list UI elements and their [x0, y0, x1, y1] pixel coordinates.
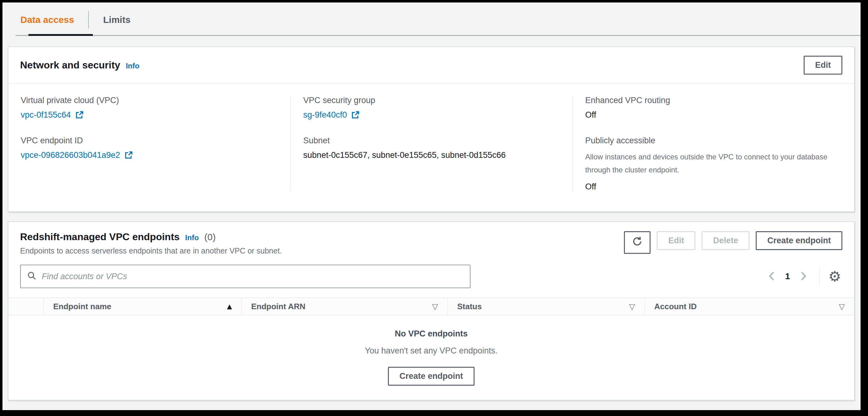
filter-icon: ▽ [432, 302, 438, 311]
chevron-right-icon [799, 270, 808, 283]
search-input[interactable] [42, 272, 464, 281]
filter-icon: ▽ [839, 302, 845, 311]
network-security-info-link[interactable]: Info [126, 62, 140, 70]
next-page-button[interactable] [797, 269, 810, 285]
console-page: Data access Limits Network and security … [2, 2, 861, 410]
external-link-icon [74, 111, 84, 120]
enhanced-vpc-routing-label: Enhanced VPC routing [585, 96, 842, 105]
column-label: Status [457, 302, 482, 311]
empty-state-title: No VPC endpoints [8, 329, 854, 338]
empty-state-create-endpoint-button[interactable]: Create endpoint [388, 367, 474, 386]
vpc-endpoints-info-link[interactable]: Info [185, 233, 199, 242]
column-label: Endpoint ARN [251, 302, 305, 311]
vpc-endpoints-count: (0) [205, 232, 216, 242]
vpc-label: Virtual private cloud (VPC) [21, 96, 278, 105]
vpc-endpoints-card: Redshift-managed VPC endpoints Info (0) … [8, 221, 855, 400]
tab-divider [88, 11, 89, 28]
pagination: 1 ⚙ [765, 267, 842, 286]
empty-state-message: You haven't set any VPC endpoints. [8, 346, 854, 356]
security-group-label: VPC security group [303, 96, 560, 105]
select-all-column [8, 298, 43, 315]
subnet-value: subnet-0c155c67, subnet-0e155c65, subnet… [303, 150, 506, 160]
settings-gear-icon[interactable]: ⚙ [827, 269, 842, 284]
external-link-icon [124, 151, 133, 160]
pagination-divider [819, 267, 820, 286]
network-fields-grid: Virtual private cloud (VPC) vpc-0f155c64 [8, 84, 854, 211]
empty-state: No VPC endpoints You haven't set any VPC… [8, 316, 854, 400]
column-label: Account ID [654, 302, 696, 311]
endpoints-table-header: Endpoint name ▲ Endpoint ARN ▽ Status ▽ … [8, 297, 854, 316]
refresh-icon [632, 236, 643, 249]
enhanced-vpc-routing-value: Off [585, 110, 596, 119]
column-header-endpoint-name[interactable]: Endpoint name ▲ [43, 298, 241, 315]
search-box [20, 265, 470, 288]
column-label: Endpoint name [53, 302, 111, 311]
network-security-title: Network and security [20, 59, 120, 71]
column-header-endpoint-arn[interactable]: Endpoint ARN ▽ [241, 298, 447, 315]
chevron-left-icon [767, 270, 776, 283]
publicly-accessible-value: Off [585, 182, 596, 191]
filter-icon: ▽ [629, 302, 635, 311]
sort-ascending-icon: ▲ [227, 303, 232, 310]
vpc-link-text: vpc-0f155c64 [21, 110, 71, 120]
security-group-link[interactable]: sg-9fe40cf0 [303, 110, 360, 120]
publicly-accessible-label: Publicly accessible [585, 136, 842, 146]
previous-page-button[interactable] [765, 269, 778, 285]
delete-endpoint-button[interactable]: Delete [702, 231, 749, 250]
vpc-endpoint-id-link[interactable]: vpce-096826603b041a9e2 [21, 150, 133, 160]
column-header-status[interactable]: Status ▽ [447, 298, 644, 315]
tab-limits[interactable]: Limits [98, 14, 135, 25]
endpoint-actions: Edit Delete Create endpoint [624, 231, 842, 254]
vpc-link[interactable]: vpc-0f155c64 [21, 110, 84, 120]
edit-endpoint-button[interactable]: Edit [657, 231, 695, 250]
tab-bar: Data access Limits [2, 2, 861, 36]
search-icon [27, 271, 37, 282]
edit-network-button[interactable]: Edit [804, 56, 842, 75]
publicly-accessible-description: Allow instances and devices outside the … [585, 150, 833, 176]
create-endpoint-button[interactable]: Create endpoint [756, 231, 842, 250]
vpc-endpoints-title: Redshift-managed VPC endpoints [20, 231, 180, 243]
vpc-endpoint-id-label: VPC endpoint ID [21, 136, 278, 146]
network-security-card: Network and security Info Edit Virtual p… [8, 47, 855, 212]
active-tab-underline [28, 34, 93, 36]
tab-underline-track [16, 34, 861, 36]
vpc-endpoint-id-link-text: vpce-096826603b041a9e2 [21, 150, 120, 160]
subnet-label: Subnet [303, 136, 560, 146]
refresh-button[interactable] [624, 231, 651, 254]
vpc-endpoints-description: Endpoints to access serverless endpoints… [20, 246, 282, 255]
tab-data-access[interactable]: Data access [16, 14, 79, 25]
security-group-link-text: sg-9fe40cf0 [303, 110, 347, 120]
column-header-account-id[interactable]: Account ID ▽ [644, 298, 854, 315]
external-link-icon [350, 111, 360, 120]
current-page-number[interactable]: 1 [785, 271, 790, 281]
